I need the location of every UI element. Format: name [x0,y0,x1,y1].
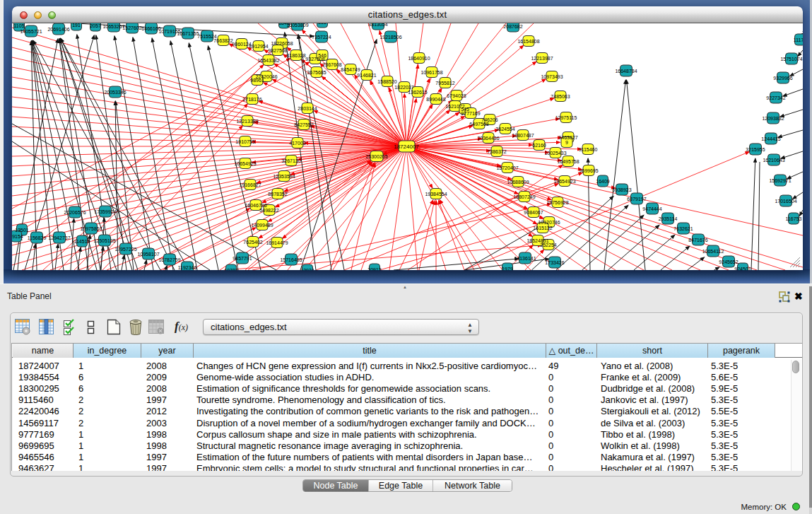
svg-text:18226058: 18226058 [271,41,293,46]
svg-text:14136141: 14136141 [514,256,536,261]
svg-text:10807487: 10807487 [512,133,534,138]
svg-text:1362615: 1362615 [408,90,427,95]
svg-text:10782: 10782 [224,268,238,271]
svg-text:20206576: 20206576 [64,210,86,215]
svg-text:2718176: 2718176 [242,97,261,102]
svg-text:9227342: 9227342 [766,95,785,100]
svg-text:10025433: 10025433 [544,151,566,156]
svg-text:15751074: 15751074 [780,57,802,62]
svg-text:7632621: 7632621 [673,226,693,231]
svg-text:7955812: 7955812 [435,81,454,86]
svg-text:546: 546 [318,53,326,58]
svg-text:10654112: 10654112 [702,249,724,254]
svg-text:7625402: 7625402 [243,240,262,245]
svg-text:12975115: 12975115 [555,115,577,120]
svg-text:3624554: 3624554 [495,127,514,132]
svg-text:12213987: 12213987 [531,56,553,61]
svg-text:6879197: 6879197 [627,197,646,201]
svg-text:15692971: 15692971 [769,178,791,183]
svg-text:9329966: 9329966 [773,76,792,81]
svg-text:16053809: 16053809 [286,23,308,28]
svg-text:11174: 11174 [794,37,803,42]
svg-text:14099489: 14099489 [251,223,273,228]
svg-text:9474444: 9474444 [642,206,661,211]
svg-text:1156829: 1156829 [28,235,47,240]
svg-text:15716485: 15716485 [280,257,302,262]
svg-text:417003: 417003 [289,141,305,146]
svg-text:8990448: 8990448 [426,97,445,102]
svg-text:10654925: 10654925 [234,161,256,166]
svg-text:98961: 98961 [250,78,264,83]
svg-text:15720407: 15720407 [496,165,518,170]
svg-text:17016504: 17016504 [775,199,796,204]
svg-text:19166827: 19166827 [239,182,261,187]
svg-text:8912954: 8912954 [249,44,268,49]
svg-text:19654923: 19654923 [553,179,575,184]
svg-text:62160: 62160 [532,143,546,148]
svg-text:7485063: 7485063 [551,94,570,99]
svg-text:12093832: 12093832 [762,116,784,121]
svg-text:16210643: 16210643 [763,158,784,163]
svg-text:16495758: 16495758 [557,159,579,164]
svg-text:9115460: 9115460 [579,147,598,152]
svg-text:1615132: 1615132 [533,226,552,230]
svg-text:813: 813 [318,23,326,25]
svg-text:8471676: 8471676 [688,238,707,243]
svg-text:3267130: 3267130 [281,158,300,163]
svg-text:1910755: 1910755 [235,139,254,144]
svg-text:2087682: 2087682 [503,24,522,29]
svg-text:18724007: 18724007 [394,144,419,150]
svg-text:9699695: 9699695 [579,168,598,173]
svg-text:5938923: 5938923 [612,187,631,192]
svg-text:20691406: 20691406 [47,27,69,32]
svg-text:9457791: 9457791 [233,256,252,261]
svg-text:16671355: 16671355 [177,31,199,36]
svg-text:2367608: 2367608 [322,62,341,67]
svg-text:17957225: 17957225 [114,247,136,252]
svg-text:7386372: 7386372 [487,149,506,154]
svg-text:9: 9 [565,140,568,145]
svg-text:18640910: 18640910 [408,56,430,61]
svg-text:7357224: 7357224 [312,35,331,40]
svg-text:18807249: 18807249 [513,194,535,199]
svg-text:19975867: 19975867 [80,226,102,231]
svg-text:3215955: 3215955 [746,147,765,152]
svg-text:14055721: 14055721 [20,29,42,34]
svg-text:16154808: 16154808 [517,39,539,44]
svg-text:20913: 20913 [367,267,382,271]
svg-text:10653267: 10653267 [102,24,124,29]
svg-text:16046786: 16046786 [245,203,266,208]
svg-text:116753: 116753 [786,216,802,221]
svg-text:114519: 114519 [74,239,90,244]
svg-text:12505135: 12505135 [93,238,115,243]
svg-text:2057: 2057 [90,23,101,28]
svg-text:252254: 252254 [540,243,556,247]
svg-text:19384554: 19384554 [425,192,447,197]
svg-text:13501: 13501 [15,228,29,233]
svg-text:1588520: 1588520 [377,79,396,84]
svg-text:1244415: 1244415 [761,136,780,141]
svg-text:16648784: 16648784 [615,69,637,74]
svg-text:19756928: 19756928 [546,200,568,205]
svg-text:9146821: 9146821 [357,73,376,78]
svg-text:8186328: 8186328 [286,53,305,58]
svg-text:12213389: 12213389 [236,119,258,124]
svg-text:6497568: 6497568 [469,122,488,127]
svg-text:9463627: 9463627 [558,135,577,140]
svg-text:12942737: 12942737 [48,235,70,240]
svg-text:10973493: 10973493 [541,74,563,79]
svg-text:9245652: 9245652 [719,259,738,264]
svg-text:924501: 924501 [734,267,751,271]
svg-text:12353594: 12353594 [273,174,295,179]
svg-text:8454749: 8454749 [341,67,360,72]
svg-text:6794028: 6794028 [447,93,466,98]
svg-text:1979: 1979 [502,267,513,271]
svg-text:16914479: 16914479 [266,240,288,245]
svg-text:25300205: 25300205 [365,154,387,159]
svg-text:19218506: 19218506 [379,35,401,40]
svg-text:9777169: 9777169 [461,111,480,116]
svg-text:8878352: 8878352 [268,192,287,197]
svg-text:1105: 1105 [13,23,24,28]
svg-text:16543382: 16543382 [257,58,279,63]
svg-text:16782759: 16782759 [158,257,180,262]
